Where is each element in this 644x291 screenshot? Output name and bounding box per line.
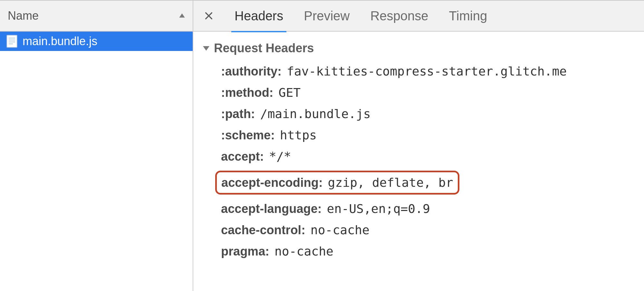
header-row: accept-encoding:gzip, deflate, br <box>215 171 459 195</box>
header-name: :scheme: <box>221 128 275 142</box>
header-row: :authority:fav-kitties-compress-starter.… <box>221 64 634 78</box>
header-name: accept-language: <box>221 202 322 216</box>
header-name: pragma: <box>221 245 269 258</box>
header-row: :method:GET <box>221 85 634 100</box>
request-list: main.bundle.js <box>0 32 193 291</box>
headers-section: Request Headers :authority:fav-kitties-c… <box>193 32 644 291</box>
details-tabs-bar: Headers Preview Response Timing <box>193 1 644 32</box>
header-name: :authority: <box>221 65 282 78</box>
header-row: accept-language:en-US,en;q=0.9 <box>221 202 634 216</box>
header-value: no-cache <box>274 244 333 258</box>
header-value: /main.bundle.js <box>260 107 371 121</box>
header-value: no-cache <box>311 223 370 237</box>
header-row: :scheme:https <box>221 128 634 142</box>
header-name: cache-control: <box>221 223 305 237</box>
file-icon <box>6 35 17 48</box>
header-row: :path:/main.bundle.js <box>221 107 634 121</box>
tab-preview[interactable]: Preview <box>303 9 351 23</box>
request-list-header[interactable]: Name <box>0 1 193 32</box>
column-name-header: Name <box>8 9 39 23</box>
header-row: pragma:no-cache <box>221 244 634 258</box>
request-headers-list: :authority:fav-kitties-compress-starter.… <box>203 64 634 258</box>
header-value: gzip, deflate, br <box>328 176 453 190</box>
svg-rect-0 <box>7 35 17 47</box>
header-value: https <box>280 128 317 142</box>
header-name: accept: <box>221 150 264 164</box>
request-filename: main.bundle.js <box>23 35 97 48</box>
header-value: en-US,en;q=0.9 <box>327 202 430 216</box>
chevron-down-icon <box>203 46 209 51</box>
request-list-panel: Name main.bundle.js <box>0 1 193 291</box>
header-name: :method: <box>221 86 274 100</box>
tab-timing[interactable]: Timing <box>448 9 489 23</box>
header-name: accept-encoding: <box>221 176 323 190</box>
request-details-panel: Headers Preview Response Timing Request … <box>193 1 644 291</box>
tab-response[interactable]: Response <box>369 9 429 23</box>
tab-headers[interactable]: Headers <box>233 9 284 23</box>
sort-ascending-icon[interactable] <box>178 12 186 20</box>
header-name: :path: <box>221 107 255 121</box>
header-value: GET <box>279 85 301 100</box>
request-row[interactable]: main.bundle.js <box>0 32 193 51</box>
request-headers-toggle[interactable]: Request Headers <box>203 41 634 55</box>
header-row: cache-control:no-cache <box>221 223 634 237</box>
header-value: */* <box>269 149 291 164</box>
devtools-network-panel: Name main.bundle.js <box>0 0 644 291</box>
header-value: fav-kitties-compress-starter.glitch.me <box>287 64 567 78</box>
header-row: accept:*/* <box>221 149 634 164</box>
close-icon[interactable] <box>202 9 215 22</box>
section-title: Request Headers <box>214 41 314 55</box>
